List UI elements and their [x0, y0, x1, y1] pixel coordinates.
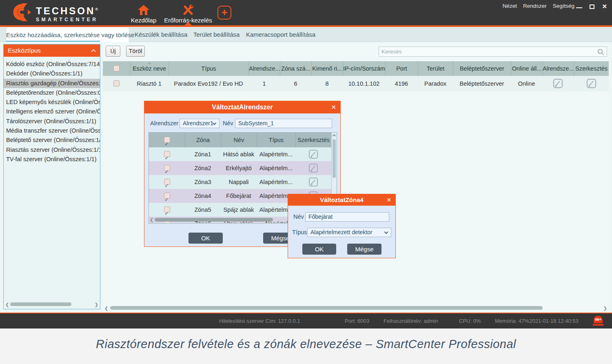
scroll-right-icon[interactable]: ❯ — [603, 306, 607, 311]
menu-view[interactable]: Nézet — [503, 3, 517, 9]
sidebar-item-alarm-server[interactable]: Riasztás szerver (Online/Összes:1/1) — [4, 145, 100, 155]
zone-name-input[interactable]: Főbejárat — [305, 212, 389, 222]
zone-checkbox[interactable] — [164, 151, 170, 157]
close-icon[interactable]: ✕ — [386, 194, 391, 206]
col-subsystem-edit[interactable]: Alrendsze... — [542, 61, 574, 76]
scroll-left-icon[interactable]: ❮ — [150, 217, 153, 222]
zone-row[interactable]: Zóna3 Nappali Alapértelm... — [149, 175, 337, 189]
dialog-title-bar[interactable]: VáltoztatZóna4 ✕ — [288, 194, 395, 206]
scroll-left-icon[interactable]: ❮ — [104, 306, 108, 311]
col-port[interactable]: Port — [385, 61, 418, 76]
col-online-status[interactable]: Online áll... — [511, 61, 542, 76]
edit-zone-icon[interactable] — [308, 177, 318, 187]
scrollbar-thumb[interactable] — [155, 218, 273, 222]
sidebar-item-storage-server[interactable]: Tárolószerver (Online/Összes:1/1) — [4, 117, 100, 126]
zone-select-all-checkbox[interactable] — [164, 137, 170, 143]
alarm-indicator[interactable]: 99+ — [593, 316, 603, 326]
ok-button[interactable]: OK — [188, 233, 223, 244]
zone-row[interactable]: Zóna1 Hátsó ablak Alapértelm... — [149, 147, 337, 161]
col-ip[interactable]: IP-cím/Sorszám. — [343, 61, 385, 76]
sidebar-item-media-server[interactable]: Média transzfer szerver (Online/Össze: — [4, 126, 100, 135]
subsystem-edit-cell — [542, 76, 574, 91]
nav-home[interactable]: Kezdőlap — [127, 3, 160, 24]
zone-type: Alapértelm... — [257, 161, 295, 175]
footer-accent-line — [0, 313, 612, 313]
col-access-server[interactable]: Beléptetőszerver — [453, 61, 511, 76]
zone-col-type[interactable]: Típus — [257, 133, 295, 147]
edit-device-icon[interactable] — [586, 78, 596, 89]
table-row[interactable]: Riasztó 1 Paradox Evo192 / Evo HD 1 6 8 … — [103, 76, 609, 91]
col-output[interactable]: Kimenő ri... — [311, 61, 343, 76]
zone-col-name[interactable]: Név — [221, 133, 257, 147]
sidebar-item-alarm-host[interactable]: Riasztás gazdagép (Online/Összes:1/1) — [4, 79, 100, 88]
delete-button[interactable]: Töröl — [126, 46, 145, 57]
col-edit[interactable]: Szerkesztés — [574, 61, 609, 76]
tab-device-settings[interactable]: Készülék beállítása — [135, 27, 187, 42]
subsystem-select[interactable]: Alrendszer1 — [180, 119, 220, 128]
tab-camera-group-settings[interactable]: Kameracsoport beállítása — [246, 27, 315, 42]
subsystem-name-input[interactable]: SubSystem_1 — [235, 119, 332, 128]
nav-resource-management[interactable]: Erőforrás-kezelés — [162, 3, 215, 24]
zone-row[interactable]: Zóna2 Erkélyajtó Alapértelm... — [149, 161, 337, 175]
scrollbar-thumb[interactable] — [333, 139, 336, 178]
zone-col-edit[interactable]: Szerkesztés — [295, 133, 331, 147]
maximize-button[interactable] — [590, 4, 594, 9]
zone-id: Zóna4 — [185, 189, 221, 203]
edit-zone-icon[interactable] — [308, 149, 318, 159]
scrollbar-thumb[interactable] — [10, 302, 71, 306]
edit-zone-icon[interactable] — [308, 163, 318, 173]
select-all-cell — [103, 61, 130, 76]
sidebar-item-tvwall-server[interactable]: TV-fal szerver (Online/Összes:1/1) — [4, 155, 100, 164]
ok-button[interactable]: OK — [302, 244, 336, 255]
zone-checkbox[interactable] — [164, 165, 170, 171]
alarm-base-icon — [593, 324, 603, 326]
scroll-right-icon[interactable]: ❯ — [95, 302, 98, 307]
menu-system[interactable]: Rendszer — [523, 3, 547, 9]
tab-add-edit-delete-device[interactable]: Eszköz hozzáadása, szerkesztése vagy tör… — [6, 27, 129, 42]
zone-checkbox[interactable] — [164, 193, 170, 199]
collapse-caret-icon — [91, 49, 95, 53]
sidebar-item-access-system[interactable]: Beléptetőrendszer (Online/Összes:0/1) — [4, 88, 100, 98]
dialog-title-bar[interactable]: VáltoztatAlrendszer ✕ — [144, 101, 340, 113]
sidebar-item-decoder[interactable]: Dekóder (Online/Összes:1/1) — [4, 69, 100, 78]
search-box[interactable] — [379, 47, 607, 57]
close-icon[interactable]: ✕ — [331, 101, 336, 113]
zone-check-cell — [149, 175, 185, 189]
scroll-up-icon[interactable] — [333, 134, 336, 138]
cancel-button[interactable]: Mégse — [347, 244, 381, 255]
menu-help[interactable]: Segítség — [553, 3, 574, 9]
zone-type: Alapértelm... — [257, 175, 295, 189]
sidebar-header[interactable]: Eszköztípus — [4, 44, 100, 57]
scrollbar-thumb[interactable] — [110, 306, 543, 310]
tab-area-settings[interactable]: Terület beállítása — [193, 27, 239, 42]
col-area[interactable]: Terület — [418, 61, 453, 76]
zone-edit-cell — [295, 147, 331, 161]
zone-table-header: Zóna Név Típus Szerkesztés — [149, 133, 337, 147]
zone-col-zone[interactable]: Zóna — [185, 133, 221, 147]
search-input[interactable] — [381, 47, 594, 56]
sidebar-item-access-server[interactable]: Beléptető szerver (Online/Összes:1/1) — [4, 135, 100, 145]
close-button[interactable]: ✕ — [602, 3, 607, 10]
col-device-name[interactable]: Eszköz neve — [130, 61, 169, 76]
row-checkbox[interactable] — [113, 80, 120, 87]
zone-type-select[interactable]: Alapértelmezett detektor — [307, 228, 391, 237]
scroll-left-icon[interactable]: ❮ — [5, 302, 9, 307]
col-type[interactable]: Típus — [169, 61, 248, 76]
new-button[interactable]: Új — [106, 46, 120, 57]
sidebar-horizontal-scrollbar[interactable]: ❮ ❯ — [4, 302, 99, 307]
minimize-button[interactable] — [576, 7, 582, 8]
brand-text: TECHSON® SMARTCENTER — [36, 4, 98, 22]
col-subsystem[interactable]: Alrendsze... — [248, 61, 280, 76]
add-tab-button[interactable]: + — [217, 6, 231, 20]
sidebar-item-intelligent-server[interactable]: Intelligens elemző szerver (Online/Öss — [4, 107, 100, 116]
app-window: TECHSON® SMARTCENTER Kezdőlap — [0, 0, 612, 364]
select-all-checkbox[interactable] — [113, 65, 120, 71]
search-icon[interactable] — [597, 49, 604, 57]
zone-checkbox[interactable] — [164, 206, 170, 213]
col-zone-count[interactable]: Zóna szá... — [280, 61, 311, 76]
edit-subsystem-icon[interactable] — [553, 78, 563, 89]
sidebar-item-encoder[interactable]: Kódoló eszköz (Online/Összes:7/14) — [4, 60, 100, 69]
sidebar-item-led-device[interactable]: LED képernyős készülék (Online/Össze — [4, 98, 100, 107]
zone-checkbox[interactable] — [164, 179, 170, 185]
main-horizontal-scrollbar[interactable]: ❮ ❯ — [104, 305, 607, 311]
